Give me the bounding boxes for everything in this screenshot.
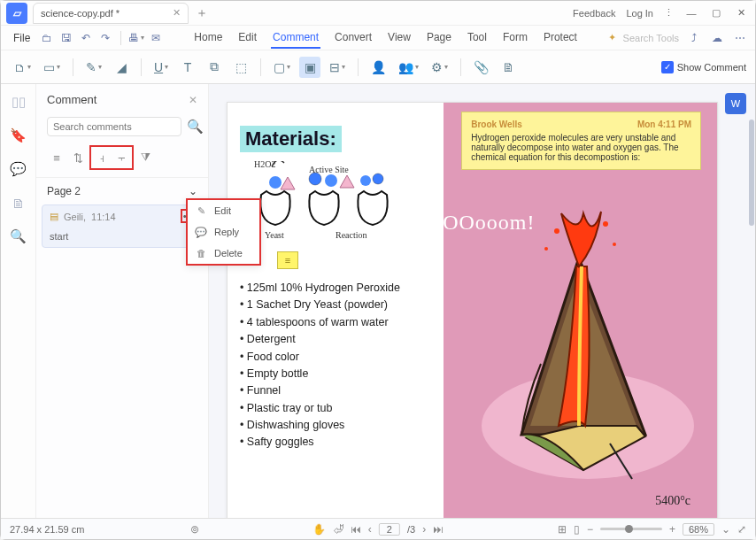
close-icon[interactable]: ✕ [173,7,181,19]
tab-page[interactable]: Page [425,27,453,49]
page-group-header[interactable]: Page 2 ⌄ [36,177,208,204]
svg-point-10 [544,247,548,251]
open-icon[interactable]: 🗀 [39,30,55,46]
prev-page-icon[interactable]: ‹ [368,523,372,536]
panel-close-icon[interactable]: ✕ [189,94,197,106]
ctx-delete[interactable]: 🗑 Delete [188,243,259,264]
comment-search-input[interactable] [47,117,181,136]
attachments-icon[interactable]: 🗎 [10,194,27,212]
comments-icon[interactable]: 💬 [10,160,27,178]
next-page-icon[interactable]: › [422,523,426,536]
zoom-out-icon[interactable]: − [587,523,593,536]
zoom-value[interactable]: 68% [683,523,714,536]
ctx-reply[interactable]: 💬 Reply [188,221,259,243]
svg-point-9 [603,221,608,227]
attach-tool[interactable]: 📎 [470,57,492,78]
tab-convert[interactable]: Convert [333,27,374,49]
zoom-in-icon[interactable]: + [669,523,675,536]
tab-title: science-copy.pdf * [41,8,120,19]
zoom-slider[interactable] [600,528,662,530]
login-link[interactable]: Log In [626,8,653,19]
pencil-icon: ✎ [195,204,207,217]
hand-tool-icon[interactable]: ✋ [312,523,326,536]
ctx-edit[interactable]: ✎ Edit [188,200,259,221]
comment-context-menu: ✎ Edit 💬 Reply 🗑 Delete [186,198,261,266]
highlight-tool[interactable]: ▭▾ [40,57,64,78]
comment-time: 11:14 [91,212,116,222]
eraser-tool[interactable]: ◢ [111,57,132,78]
temperature-label: 5400°c [655,494,690,508]
list-item: 125ml 10% Hydrogen Peroxide [240,280,431,297]
textbox-tool[interactable]: ⧉ [204,57,225,78]
fullscreen-icon[interactable]: ⤢ [737,523,746,536]
print-icon[interactable]: 🖶▾ [128,30,144,46]
underline-tool[interactable]: U▾ [150,57,172,78]
scrollbar[interactable] [746,84,755,518]
first-page-icon[interactable]: ⏮ [351,523,361,536]
compass-icon[interactable]: ⊚ [190,523,199,536]
shape-tool[interactable]: ▢▾ [270,57,294,78]
titlebar: ▱ science-copy.pdf * ✕ ＋ Feedback Log In… [1,1,755,26]
maximize-icon[interactable]: ▢ [709,6,723,20]
tab-edit[interactable]: Edit [236,27,258,49]
callout-tool[interactable]: ⬚ [230,57,251,78]
comment-author: Geili, [64,212,86,222]
file-tool[interactable]: 🗎 [498,57,519,78]
document-viewport[interactable]: W Materials: H2O2 Active Site Yeast Reac… [209,84,755,518]
single-page-icon[interactable]: ▯ [574,523,580,536]
add-tab-button[interactable]: ＋ [196,5,208,21]
collapse-all-icon[interactable]: ⫟ [112,148,131,167]
list-icon[interactable]: ≡ [47,148,66,167]
last-page-icon[interactable]: ⏭ [433,523,444,536]
share-icon[interactable]: ⤴ [686,30,702,46]
word-export-icon[interactable]: W [725,93,746,114]
pencil-tool[interactable]: ✎▾ [82,57,105,78]
minimize-icon[interactable]: — [684,6,698,20]
manage-tool[interactable]: ⚙▾ [428,57,451,78]
chevron-down-icon[interactable]: ⌄ [721,523,730,536]
kebab-icon[interactable]: ⋮ [664,7,674,19]
bookmark-icon[interactable]: 🔖 [10,127,27,144]
more-icon[interactable]: ⋯ [732,30,748,46]
search-icon[interactable]: 🔍 [10,228,27,245]
tab-home[interactable]: Home [192,27,224,49]
file-menu[interactable]: File [8,30,35,46]
users-tool[interactable]: 👥▾ [395,57,422,78]
show-comment-toggle[interactable]: ✓ Show Comment [661,61,746,73]
email-icon[interactable]: ✉ [148,30,164,46]
thumbnails-icon[interactable]: ▯▯ [10,93,27,111]
checkbox-icon: ✓ [661,61,674,73]
select-tool-icon[interactable]: ⮰ [333,523,343,536]
star-icon[interactable]: ✦ [608,32,616,43]
tab-form[interactable]: Form [501,27,529,49]
measure-tool[interactable]: ⊟▾ [326,57,349,78]
list-item: 4 tablespoons of warm water [240,314,431,331]
comment-item[interactable]: ▤ Geili, 11:14 ••• start [42,204,203,248]
tab-tool[interactable]: Tool [466,27,489,49]
redo-icon[interactable]: ↷ [97,30,113,46]
user-tool[interactable]: 👤 [367,57,390,78]
stamp-tool[interactable]: ▣ [299,57,320,78]
save-icon[interactable]: 🖫 [58,30,74,46]
undo-icon[interactable]: ↶ [78,30,94,46]
filter-icon[interactable]: ⧩ [135,148,155,167]
sticky-note[interactable]: Brook Wells Mon 4:11 PM Hydrogen peroxid… [461,112,701,170]
cloud-icon[interactable]: ☁ [709,30,725,46]
text-tool[interactable]: T [177,57,198,78]
document-tab[interactable]: science-copy.pdf * ✕ [33,3,189,24]
expand-all-icon[interactable]: ⫞ [92,148,112,167]
note-tool[interactable]: 🗅▾ [10,57,35,78]
sort-icon[interactable]: ⇅ [68,148,88,167]
show-comment-label: Show Comment [677,62,746,73]
close-window-icon[interactable]: ✕ [734,6,748,20]
tab-view[interactable]: View [386,27,413,49]
current-page[interactable]: 2 [379,523,400,536]
tab-comment[interactable]: Comment [271,27,320,49]
sticky-note-marker[interactable]: ≡ [277,251,298,269]
page: Materials: H2O2 Active Site Yeast Reacti… [227,102,718,518]
feedback-link[interactable]: Feedback [573,8,615,19]
search-tools-input[interactable]: Search Tools [623,33,679,43]
search-icon[interactable]: 🔍 [187,118,204,135]
layout-icon[interactable]: ⊞ [558,523,567,536]
tab-protect[interactable]: Protect [542,27,579,49]
